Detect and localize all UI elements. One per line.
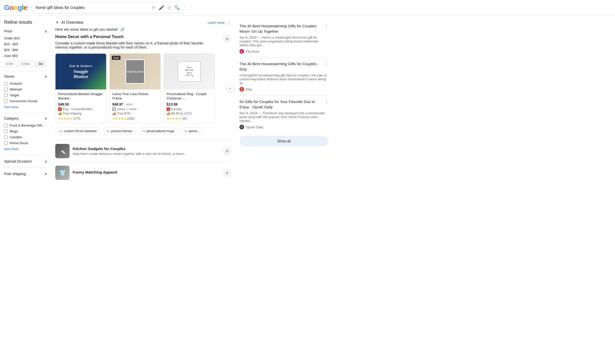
product-info-blanket: Personalized Blanket-Snuggle Blanket... … bbox=[56, 89, 106, 123]
price-go-button[interactable]: Go bbox=[36, 61, 46, 67]
ai-more-options-icon[interactable]: ⋮ bbox=[227, 20, 231, 25]
products-next-button[interactable]: › bbox=[226, 84, 234, 92]
product-info-mug: Personalized Mug - Couple Christmas -...… bbox=[164, 89, 215, 123]
article-1-more-icon[interactable]: ⋮ bbox=[324, 23, 328, 28]
search-input[interactable]: home gift ideas for couples bbox=[36, 5, 149, 10]
clear-icon[interactable]: ✕ bbox=[151, 4, 156, 11]
article-3-date: Nov 6, 2024 — Transform any backyard int… bbox=[239, 111, 328, 123]
image-search-icon[interactable]: ⊙ bbox=[167, 4, 172, 11]
category-mugs-checkbox[interactable] bbox=[4, 130, 8, 133]
apparel-expand-button[interactable]: ∨ bbox=[223, 169, 231, 177]
apparel-section: 👕 Funny Matching Apparel ∨ bbox=[55, 162, 231, 184]
article-2-header: The 40 Best Housewarming Gifts for Coupl… bbox=[239, 61, 328, 73]
kitchen-section: 🔪 Kitchen Gadgets for Couples Help them … bbox=[55, 140, 231, 162]
rating-mug: ★★★★★ (35) bbox=[167, 116, 212, 120]
learn-more-button[interactable]: Learn more bbox=[208, 21, 225, 25]
free-shipping-header[interactable]: Free shipping ∨ bbox=[4, 171, 47, 177]
oprah-source-icon: O bbox=[239, 125, 244, 129]
stores-see-more[interactable]: See more bbox=[4, 105, 18, 109]
ai-header-actions: Learn more ⋮ bbox=[208, 20, 231, 25]
price-over-50[interactable]: Over $50 bbox=[4, 53, 47, 59]
voice-search-icon[interactable]: 🎤 bbox=[158, 4, 165, 11]
products-row: Eric & Jessica's SnuggleBlanket Personal… bbox=[55, 53, 231, 123]
pill-label-3: personalized mugs bbox=[147, 129, 174, 133]
stores-label: Stores bbox=[4, 74, 14, 78]
divider-3 bbox=[4, 155, 47, 155]
category-mugs[interactable]: Mugs bbox=[4, 128, 47, 134]
pill-custom-throw-blankets[interactable]: ↪ custom throw blankets bbox=[55, 127, 101, 135]
store-target-checkbox[interactable] bbox=[4, 94, 8, 97]
store-walmart[interactable]: Walmart bbox=[4, 86, 47, 92]
search-submit-icon[interactable]: 🔍 bbox=[174, 4, 180, 11]
search-bar: home gift ideas for couples ✕ 🎤 ⊙ 🔍 bbox=[31, 2, 185, 13]
right-panel: The 45 Best Housewarming Gifts for Coupl… bbox=[235, 20, 333, 189]
free-shipping-filter: Free shipping ∨ bbox=[4, 171, 47, 177]
ai-section-text: Consider a custom-made throw blanket wit… bbox=[55, 41, 209, 49]
category-home-decor-checkbox[interactable] bbox=[4, 141, 8, 145]
ai-collapse-button[interactable]: ∧ bbox=[223, 35, 231, 43]
price-25-50[interactable]: $25 - $50 bbox=[4, 47, 47, 53]
price-label: Price bbox=[4, 29, 12, 33]
stars-mug: ★★★★★ bbox=[167, 117, 181, 120]
rating-count-frame: (266) bbox=[127, 117, 135, 120]
category-filter-section: Category ∧ Food & Beverage Gift... Mugs … bbox=[4, 116, 47, 151]
product-store-mug: G Gossby bbox=[167, 107, 212, 111]
ai-section: Home Decor with a Personal Touch Conside… bbox=[55, 35, 231, 53]
suggestion-pills: ↪ custom throw blankets ↪ picture frames… bbox=[55, 127, 231, 135]
price-min-input[interactable] bbox=[4, 61, 18, 67]
sale-badge: Sale bbox=[112, 56, 120, 60]
article-2-title[interactable]: The 40 Best Housewarming Gifts for Coupl… bbox=[239, 61, 324, 72]
article-1-date: Apr 9, 2024 — Here's a meaningful first-… bbox=[239, 36, 328, 47]
article-card-oprah: 54 Gifts for Couples for Your Favorite D… bbox=[239, 95, 328, 133]
pill-picture-frames[interactable]: ↪ picture frames bbox=[103, 127, 136, 135]
rating-frame: ★★★★★ (266) bbox=[112, 116, 158, 120]
pill-personalized[interactable]: ↪ perso... bbox=[180, 127, 204, 135]
article-3-title[interactable]: 54 Gifts for Couples for Your Favorite D… bbox=[239, 99, 324, 110]
store-name-frame: Lenox, + more bbox=[117, 107, 137, 111]
special-occasion-filter[interactable]: Special Occasion ∨ bbox=[4, 158, 47, 164]
article-3-more-icon[interactable]: ⋮ bbox=[324, 99, 328, 104]
category-candles[interactable]: Candles bbox=[4, 134, 47, 140]
category-home-decor[interactable]: Home Decor bbox=[4, 140, 47, 146]
pill-label-2: picture frames bbox=[111, 129, 132, 133]
ai-overview: ✦ AI Overview Learn more ⋮ Here are some… bbox=[55, 20, 231, 184]
store-amazon[interactable]: Amazon bbox=[4, 81, 47, 86]
shipping-text-blanket: Free shipping bbox=[63, 112, 82, 115]
article-1-header: The 45 Best Housewarming Gifts for Coupl… bbox=[239, 23, 328, 36]
store-amazon-checkbox[interactable] bbox=[4, 82, 8, 85]
store-uncommon-goods-checkbox[interactable] bbox=[4, 99, 8, 103]
store-name-mug: Gossby bbox=[171, 107, 182, 111]
price-filter-header[interactable]: Price ∧ bbox=[4, 29, 47, 33]
store-target[interactable]: Target bbox=[4, 92, 47, 98]
price-under-10[interactable]: Under $10 bbox=[4, 35, 47, 41]
category-food-beverage-checkbox[interactable] bbox=[4, 124, 8, 127]
article-2-description: A thoughtful housewarming gift idea for … bbox=[239, 73, 328, 85]
product-card-mug[interactable]: life isBETTERwith aDOG 🐾 Personalized Mu… bbox=[164, 53, 215, 123]
pill-personalized-mugs[interactable]: ↪ personalized mugs bbox=[138, 127, 178, 135]
category-food-beverage[interactable]: Food & Beverage Gift... bbox=[4, 122, 47, 128]
article-1-title[interactable]: The 45 Best Housewarming Gifts for Coupl… bbox=[239, 23, 324, 34]
stores-filter-header[interactable]: Stores ∧ bbox=[4, 74, 47, 78]
divider-1 bbox=[4, 71, 47, 71]
product-image-mug: life isBETTERwith aDOG 🐾 bbox=[164, 54, 215, 89]
kitchen-expand-button[interactable]: ∨ bbox=[223, 147, 231, 155]
product-card-frame[interactable]: Sale wedding photo Lenox True Love Pictu… bbox=[109, 53, 161, 123]
show-all-button[interactable]: Show all bbox=[239, 136, 328, 146]
divider-2 bbox=[4, 113, 47, 113]
link-icon[interactable]: 🔗 bbox=[120, 27, 125, 31]
category-see-more[interactable]: See more bbox=[4, 147, 18, 151]
article-2-more-icon[interactable]: ⋮ bbox=[324, 61, 328, 66]
shipping-frame: 🚚 Free $75+ bbox=[112, 112, 158, 115]
product-card-blanket[interactable]: Eric & Jessica's SnuggleBlanket Personal… bbox=[55, 53, 106, 123]
ai-section-title: Home Decor with a Personal Touch bbox=[55, 35, 209, 39]
category-filter-header[interactable]: Category ∧ bbox=[4, 116, 47, 120]
pill-arrow-icon-2: ↪ bbox=[106, 129, 109, 133]
price-10-25[interactable]: $10 - $25 bbox=[4, 41, 47, 47]
category-candles-checkbox[interactable] bbox=[4, 135, 8, 139]
store-walmart-checkbox[interactable] bbox=[4, 88, 8, 91]
store-uncommon-goods[interactable]: Uncommon Goods bbox=[4, 98, 47, 104]
category-collapse-icon: ∧ bbox=[45, 116, 47, 120]
truck-icon-mug: 🚚 bbox=[167, 112, 170, 115]
price-max-input[interactable] bbox=[20, 61, 34, 67]
stores-filter-section: Stores ∧ Amazon Walmart Target Uncommon … bbox=[4, 74, 47, 109]
